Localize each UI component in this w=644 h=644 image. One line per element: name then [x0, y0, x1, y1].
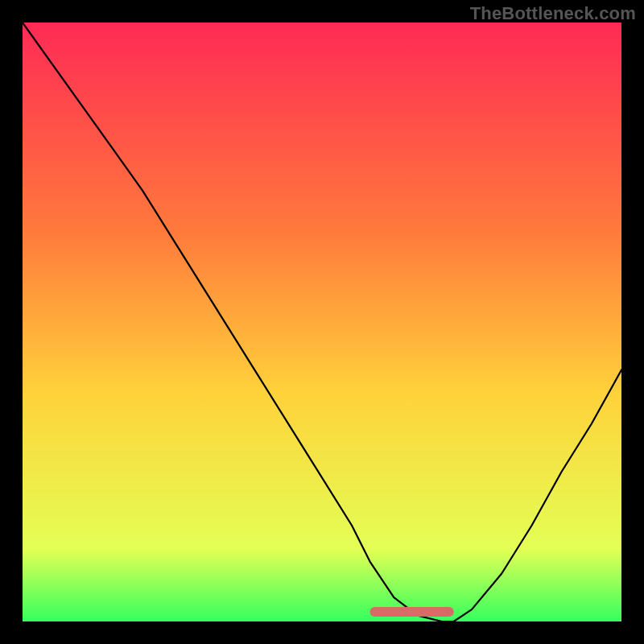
watermark-text: TheBottleneck.com	[470, 3, 636, 24]
gradient-background	[23, 23, 621, 621]
chart-svg	[23, 23, 621, 621]
chart-frame: TheBottleneck.com	[0, 0, 644, 644]
plot-area	[23, 23, 621, 621]
optimal-range-bar	[370, 607, 454, 617]
